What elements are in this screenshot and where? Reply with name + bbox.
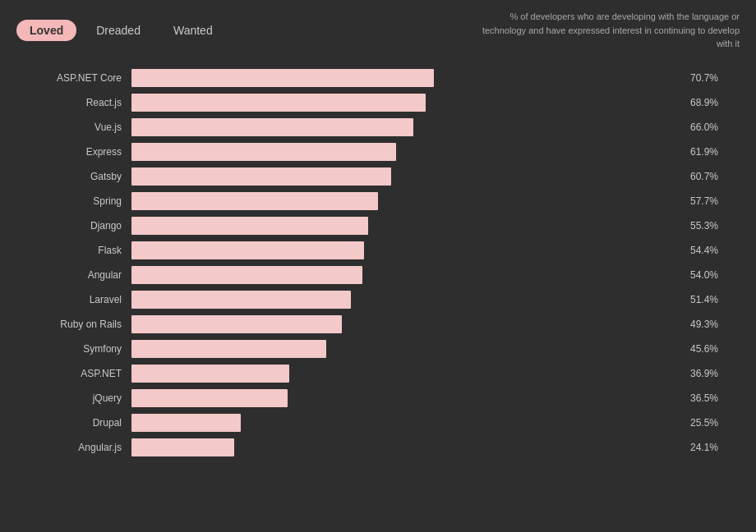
bar-container [131, 94, 685, 112]
bar-value: 45.6% [690, 343, 723, 355]
bar-row: Symfony45.6% [33, 340, 723, 358]
bar-row: Ruby on Rails49.3% [33, 315, 723, 333]
bar-label: Angular.js [33, 442, 131, 453]
bar-fill [131, 340, 326, 358]
bar-container [131, 291, 685, 309]
bar-value: 70.7% [690, 72, 723, 84]
bar-label: Ruby on Rails [33, 319, 131, 330]
bar-container [131, 389, 685, 407]
bar-container [131, 340, 685, 358]
bar-fill [131, 241, 364, 259]
bar-fill [131, 118, 413, 136]
bar-fill [131, 143, 396, 161]
bar-container [131, 143, 685, 161]
bar-row: jQuery36.5% [33, 389, 723, 407]
bar-fill [131, 389, 288, 407]
bar-row: Angular.js24.1% [33, 438, 723, 456]
bar-label: Laravel [33, 294, 131, 305]
bar-value: 49.3% [690, 319, 723, 330]
bar-label: Django [33, 220, 131, 232]
bar-container [131, 438, 685, 456]
bar-value: 66.0% [690, 122, 723, 133]
bar-container [131, 315, 685, 333]
bar-container [131, 217, 685, 235]
bar-container [131, 192, 685, 210]
bar-fill [131, 365, 289, 383]
bar-label: Gatsby [33, 171, 131, 182]
bar-row: Flask54.4% [33, 241, 723, 259]
bar-label: Express [33, 146, 131, 158]
bar-value: 54.4% [690, 245, 723, 256]
bar-fill [131, 438, 234, 456]
bar-label: Flask [33, 245, 131, 256]
tab-loved[interactable]: Loved [16, 20, 76, 41]
bar-label: ASP.NET Core [33, 72, 131, 84]
bar-row: Angular54.0% [33, 266, 723, 284]
bar-row: Drupal25.5% [33, 414, 723, 432]
bar-fill [131, 414, 241, 432]
bar-container [131, 241, 685, 259]
bar-value: 61.9% [690, 146, 723, 158]
bar-container [131, 69, 685, 87]
bar-fill [131, 69, 434, 87]
bar-row: Express61.9% [33, 143, 723, 161]
bar-container [131, 266, 685, 284]
bar-row: Django55.3% [33, 217, 723, 235]
description: % of developers who are developing with … [477, 10, 740, 51]
bar-label: Vue.js [33, 122, 131, 133]
bar-value: 54.0% [690, 269, 723, 281]
bar-fill [131, 315, 342, 333]
tabs: Loved Dreaded Wanted [16, 20, 226, 41]
header: Loved Dreaded Wanted % of developers who… [0, 0, 756, 61]
bar-row: ASP.NET36.9% [33, 365, 723, 383]
bar-value: 57.7% [690, 195, 723, 207]
bar-container [131, 118, 685, 136]
bar-container [131, 167, 685, 186]
bar-row: Gatsby60.7% [33, 167, 723, 186]
bar-fill [131, 291, 351, 309]
bar-fill [131, 192, 378, 210]
bar-fill [131, 217, 368, 235]
bar-value: 36.5% [690, 392, 723, 404]
bar-value: 60.7% [690, 171, 723, 182]
bar-value: 25.5% [690, 417, 723, 429]
bar-label: ASP.NET [33, 368, 131, 379]
bar-fill [131, 94, 426, 112]
bar-label: Spring [33, 195, 131, 207]
tab-wanted[interactable]: Wanted [160, 20, 226, 41]
bar-value: 55.3% [690, 220, 723, 232]
bar-label: Drupal [33, 417, 131, 429]
bar-label: React.js [33, 97, 131, 108]
bar-row: React.js68.9% [33, 94, 723, 112]
bar-label: jQuery [33, 392, 131, 404]
bar-fill [131, 266, 362, 284]
tab-dreaded[interactable]: Dreaded [83, 20, 154, 41]
bar-row: Spring57.7% [33, 192, 723, 210]
bar-container [131, 414, 685, 432]
bar-label: Angular [33, 269, 131, 281]
bar-row: ASP.NET Core70.7% [33, 69, 723, 87]
bar-label: Symfony [33, 343, 131, 355]
bar-container [131, 365, 685, 383]
bar-value: 51.4% [690, 294, 723, 305]
chart-area: ASP.NET Core70.7%React.js68.9%Vue.js66.0… [0, 61, 756, 479]
bar-fill [131, 167, 391, 186]
bar-value: 24.1% [690, 442, 723, 453]
bar-row: Laravel51.4% [33, 291, 723, 309]
bar-row: Vue.js66.0% [33, 118, 723, 136]
bar-value: 36.9% [690, 368, 723, 379]
bar-value: 68.9% [690, 97, 723, 108]
